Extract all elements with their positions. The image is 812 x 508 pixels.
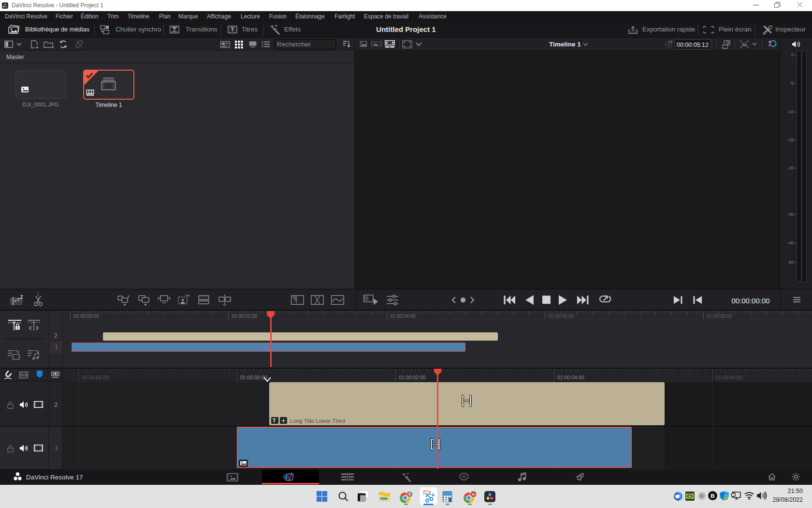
svg-text:S: S <box>408 492 411 496</box>
svg-text:z: z <box>17 297 20 301</box>
svg-text:Z: Z <box>20 295 23 300</box>
svg-text:z: z <box>14 299 16 303</box>
svg-text:B: B <box>710 493 714 499</box>
svg-text:m: m <box>472 492 475 496</box>
